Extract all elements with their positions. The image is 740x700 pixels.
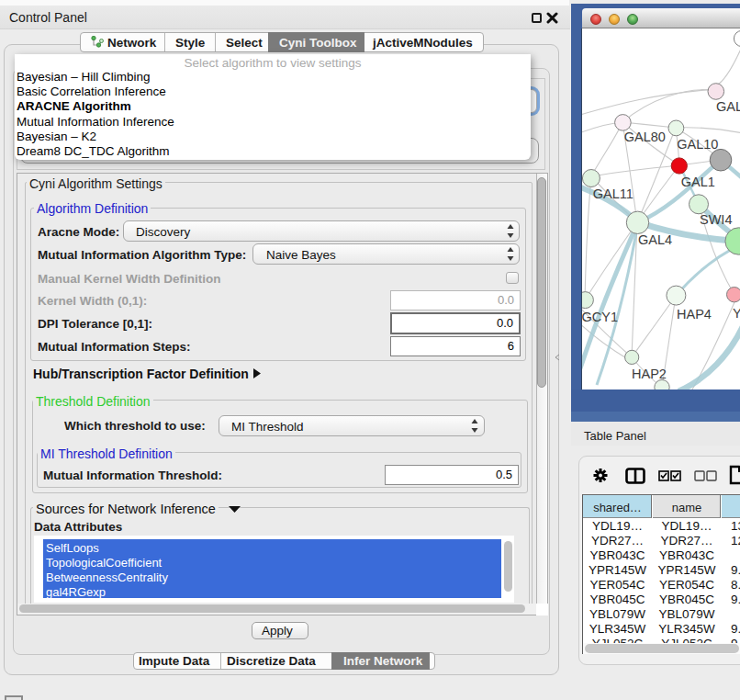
svg-text:GCY1: GCY1 [582,310,618,324]
svg-text:HAP4: HAP4 [677,307,712,322]
svg-text:HAP2: HAP2 [632,367,667,381]
svg-text:GAL4: GAL4 [638,232,672,247]
svg-text:Y: Y [733,306,740,321]
svg-text:GAL10: GAL10 [677,137,718,152]
svg-text:GAL1: GAL1 [681,175,715,189]
svg-text:GAL80: GAL80 [624,130,666,144]
svg-text:SWI4: SWI4 [700,212,732,227]
svg-text:GAL11: GAL11 [593,186,633,201]
svg-text:GAL7: GAL7 [716,99,740,114]
